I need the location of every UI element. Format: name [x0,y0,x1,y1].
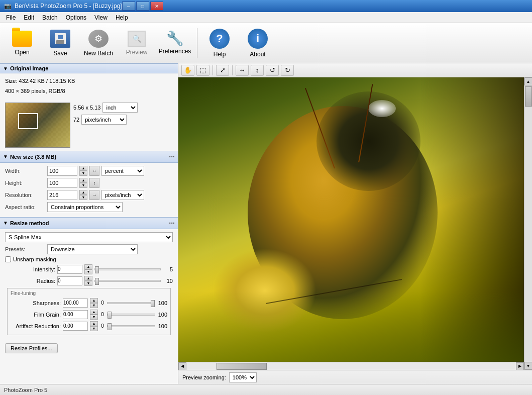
intensity-spin-down[interactable]: ▼ [84,269,92,274]
res-unit-select[interactable]: pixels/inch pixels/cm [81,115,127,125]
rotate-right-button[interactable]: ↻ [281,65,294,76]
artifact-slider-track[interactable] [107,325,155,327]
resolution-input[interactable] [47,190,77,200]
intensity-input[interactable] [57,265,82,274]
aspect-select[interactable]: Constrain proportions Stretch Crop [47,202,123,212]
sharpness-slider-track[interactable] [107,302,155,304]
h-scroll-right-btn[interactable]: ▶ [516,362,524,370]
method-select[interactable]: S-Spline Max S-Spline Bicubic Lanczos [5,232,173,242]
sharpness-slider-thumb[interactable] [151,300,155,307]
resolution-unit-select[interactable]: pixels/inch pixels/cm [101,190,144,200]
width-input[interactable] [47,166,77,176]
main-content: ▼ Original Image Size: 432.42 KB / 118.1… [0,63,532,384]
intensity-spin-up[interactable]: ▲ [84,264,92,269]
intensity-slider-thumb[interactable] [95,266,99,273]
radius-row: Radius: ▲ ▼ 10 [5,276,173,286]
rotate-left-button[interactable]: ↺ [266,65,279,76]
h-scrollbar: ◀ ▶ [178,362,524,370]
about-button[interactable]: i About [240,26,276,61]
artifact-spin-up[interactable]: ▲ [90,321,98,326]
about-label: About [250,51,265,58]
artifact-spin-down[interactable]: ▼ [90,326,98,331]
radius-slider-track[interactable] [94,280,161,282]
help-button[interactable]: ? Help [201,26,238,61]
menu-batch[interactable]: Batch [38,13,62,22]
height-row: Height: ▲ ▼ ↕ [5,178,173,188]
batch-icon: ⚙ [88,30,109,48]
height-spin: ▲ ▼ [79,178,87,188]
presets-select[interactable]: Downsize Upsize Custom [47,244,138,254]
v-scroll-thumb[interactable] [525,86,532,107]
width-unit-select[interactable]: percent pixels inch cm [101,166,144,176]
h-scroll-left-btn[interactable]: ◀ [178,362,186,370]
film-grain-spin-up[interactable]: ▲ [90,310,98,315]
preview-button[interactable]: 🔍 Preview [119,26,155,61]
radius-slider-thumb[interactable] [95,278,99,285]
menu-edit[interactable]: Edit [20,13,38,22]
preferences-button[interactable]: 🔧 Preferences [157,26,193,61]
intensity-slider-track[interactable] [94,268,161,270]
resolution-extra-btn[interactable]: → [89,190,99,200]
height-spin-up[interactable]: ▲ [79,178,87,183]
resolution-spin-down[interactable]: ▼ [79,195,87,200]
radius-input[interactable] [57,276,82,285]
artifact-slider-thumb[interactable] [108,323,112,330]
menu-options[interactable]: Options [62,13,90,22]
radius-spin-down[interactable]: ▼ [84,281,92,286]
artifact-input[interactable] [63,322,88,331]
width-extra-btn[interactable]: ↔ [89,166,99,176]
unsharp-masking-checkbox[interactable] [5,256,11,262]
film-grain-spin-down[interactable]: ▼ [90,315,98,320]
open-button[interactable]: Open [4,26,40,61]
zoom-select[interactable]: 100% 50% 200% Fit [229,372,257,382]
unit-select[interactable]: inch cm mm pixels [102,103,138,113]
left-panel: ▼ Original Image Size: 432.42 KB / 118.1… [0,63,178,384]
close-button[interactable]: ✕ [150,2,163,11]
radius-max: 10 [163,278,173,284]
menu-help[interactable]: Help [112,13,132,22]
height-spin-down[interactable]: ▼ [79,183,87,188]
maximize-button[interactable]: □ [136,2,149,11]
fit-button[interactable]: ⤢ [216,65,229,76]
height-extra-btn[interactable]: ↕ [89,178,99,188]
image-area: ◀ ▶ ▲ ▼ [178,77,532,370]
width-spin-down[interactable]: ▼ [79,171,87,176]
select-tool-button[interactable]: ⬚ [196,65,209,76]
minimize-button[interactable]: – [122,2,135,11]
v-scroll-track[interactable] [524,85,532,362]
save-icon [50,30,70,48]
new-size-options-btn[interactable]: ··· [169,153,175,161]
resize-method-section-header[interactable]: ▼ Resize method ··· [0,217,178,229]
v-scroll-down-btn[interactable]: ▼ [524,362,533,370]
flip-h-button[interactable]: ↔ [236,65,249,76]
new-batch-button[interactable]: ⚙ New Batch [80,26,117,61]
menu-view[interactable]: View [90,13,112,22]
title-bar-title: BenVista PhotoZoom Pro 5 - [Buzzy.jpg] [15,3,122,10]
resize-method-options-btn[interactable]: ··· [169,219,175,227]
h-scroll-thumb[interactable] [217,363,267,370]
hand-tool-button[interactable]: ✋ [181,65,194,76]
menu-file[interactable]: File [2,13,20,22]
bee-image-container [178,77,524,362]
resize-profiles-button[interactable]: Resize Profiles... [5,343,58,353]
resize-method-title: Resize method [10,220,49,226]
resolution-row: 72 pixels/inch pixels/cm [73,115,173,125]
save-button[interactable]: Save [42,26,78,61]
height-input[interactable] [47,178,77,188]
v-scroll-up-btn[interactable]: ▲ [524,77,533,85]
resolution-spin-up[interactable]: ▲ [79,190,87,195]
original-image-section-header[interactable]: ▼ Original Image [0,63,178,73]
new-size-section-header[interactable]: ▼ New size (3.8 MB) ··· [0,151,178,163]
flip-v-button[interactable]: ↕ [251,65,264,76]
film-grain-slider-track[interactable] [107,314,155,316]
h-scroll-track[interactable] [186,362,516,370]
width-spin-up[interactable]: ▲ [79,166,87,171]
preview-label: Preview [126,49,148,56]
radius-spin-up[interactable]: ▲ [84,276,92,281]
resolution-label: Resolution: [5,192,45,198]
sharpness-input[interactable] [63,299,88,308]
sharpness-spin-up[interactable]: ▲ [90,298,98,303]
film-grain-slider-thumb[interactable] [108,312,112,319]
film-grain-input[interactable] [63,310,88,319]
sharpness-spin-down[interactable]: ▼ [90,303,98,308]
